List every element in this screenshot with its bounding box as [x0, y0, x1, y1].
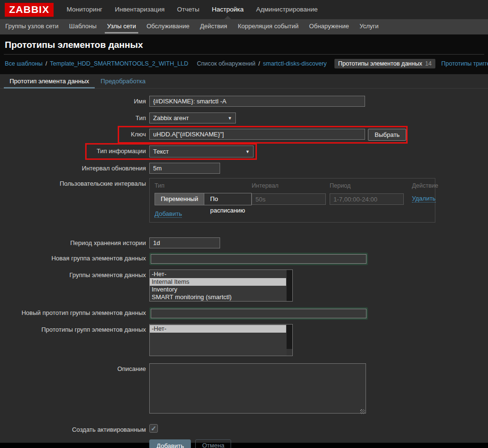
tab-bar: Прототип элемента данных Предобработка: [0, 74, 488, 89]
breadcrumb-separator: /: [258, 60, 260, 67]
add-interval-link[interactable]: Добавить: [155, 210, 182, 218]
item-prototype-form: Имя Тип Zabbix агент ▼ Ключ Выбрать: [0, 89, 488, 448]
update-interval-label: Интервал обновления: [0, 163, 149, 172]
row-enabled: Создать активированным ✓: [0, 424, 488, 433]
row-update-interval: Интервал обновления: [0, 163, 488, 174]
nav-reports[interactable]: Отчеты: [171, 0, 206, 19]
application-prototypes-listbox[interactable]: -Нет-: [149, 324, 293, 356]
toggle-scheduling[interactable]: По расписанию: [204, 193, 251, 205]
item-prototype-count: 14: [425, 60, 432, 67]
breadcrumb-current-label: Прототипы элементов данных: [338, 60, 422, 67]
tab-item-prototype[interactable]: Прототип элемента данных: [4, 74, 95, 88]
breadcrumb-separator: /: [45, 60, 47, 67]
custom-intervals-headers: Тип Интервал Период Действие: [155, 182, 430, 189]
type-select-value: Zabbix агент: [153, 114, 189, 122]
update-interval-input[interactable]: [149, 163, 220, 174]
nav-configuration[interactable]: Настройка: [206, 0, 250, 19]
header-type: Тип: [155, 182, 252, 189]
description-textarea[interactable]: [149, 363, 366, 414]
row-new-application-prototype: Новый прототип группы элементов данных: [0, 307, 488, 320]
custom-intervals-panel: Тип Интервал Период Действие Переменный …: [149, 178, 435, 223]
scrollbar-thumb[interactable]: [287, 270, 292, 301]
nav-administration[interactable]: Администрирование: [250, 0, 324, 19]
select-key-button[interactable]: Выбрать: [368, 129, 406, 141]
subnav-host-groups[interactable]: Группы узлов сети: [0, 19, 64, 34]
row-info-type: Тип информации Текст ▼: [0, 146, 488, 157]
delete-interval-link[interactable]: Удалить: [412, 195, 436, 202]
row-description: Описание: [0, 363, 488, 415]
header-interval: Интервал: [252, 182, 330, 189]
applications-listbox[interactable]: -Нет- Internal Items Inventory SMART mon…: [149, 269, 293, 302]
cancel-button[interactable]: Отмена: [195, 439, 231, 448]
info-type-select[interactable]: Текст ▼: [149, 146, 254, 157]
row-application-prototypes: Прототипы групп элементов данных -Нет-: [0, 324, 488, 356]
footer-spacer: [0, 439, 149, 441]
interval-value-input[interactable]: [252, 193, 326, 205]
chevron-down-icon: ▼: [245, 149, 250, 154]
new-application-label: Новая группа элементов данных: [0, 253, 149, 262]
top-navigation: ZABBIX Мониторинг Инвентаризация Отчеты …: [0, 0, 488, 19]
custom-intervals-label: Пользовательские интервалы: [0, 178, 149, 187]
name-label: Имя: [0, 96, 149, 105]
nav-monitoring[interactable]: Мониторинг: [60, 0, 109, 19]
listbox-option-selected[interactable]: -Нет-: [150, 325, 286, 333]
listbox-scrollbar[interactable]: [287, 270, 292, 301]
breadcrumb-all-templates[interactable]: Все шаблоны: [5, 60, 43, 67]
key-input[interactable]: [149, 129, 365, 140]
breadcrumb: Все шаблоны / Template_HDD_SMARTMONTOOLS…: [0, 55, 488, 68]
subnav-hosts[interactable]: Узлы сети: [102, 19, 141, 34]
breadcrumb-discovery-list[interactable]: Список обнаружений: [197, 60, 255, 67]
new-application-highlight: [149, 253, 368, 265]
header-period: Период: [330, 182, 412, 189]
info-type-label: Тип информации: [0, 146, 149, 155]
breadcrumb-trigger-prototypes[interactable]: Прототипы триггеров 13: [441, 60, 488, 67]
row-applications: Группы элементов данных -Нет- Internal I…: [0, 269, 488, 302]
sub-navigation: Группы узлов сети Шаблоны Узлы сети Обсл…: [0, 19, 488, 34]
subnav-discovery[interactable]: Обнаружение: [304, 19, 354, 34]
listbox-option[interactable]: Inventory: [150, 286, 286, 293]
subnav-maintenance[interactable]: Обслуживание: [141, 19, 195, 34]
listbox-option-selected[interactable]: Internal Items: [150, 278, 286, 286]
breadcrumb-current-page: Прототипы элементов данных14: [334, 59, 435, 68]
row-type: Тип Zabbix агент ▼: [0, 112, 488, 123]
breadcrumb-template[interactable]: Template_HDD_SMARTMONTOOLS_2_WITH_LLD: [50, 60, 188, 67]
listbox-option[interactable]: -Нет-: [150, 270, 286, 278]
new-application-prototype-input[interactable]: [151, 309, 366, 318]
scrollbar-thumb[interactable]: [287, 325, 292, 349]
interval-type-toggle: Переменный По расписанию: [155, 193, 252, 205]
tab-preprocessing[interactable]: Предобработка: [95, 74, 151, 88]
type-select[interactable]: Zabbix агент ▼: [149, 112, 236, 123]
page-header: Прототипы элементов данных Все шаблоны /…: [0, 34, 488, 74]
subnav-actions[interactable]: Действия: [195, 19, 233, 34]
enabled-label: Создать активированным: [0, 424, 149, 433]
add-button[interactable]: Добавить: [149, 439, 191, 448]
subnav-templates[interactable]: Шаблоны: [64, 19, 102, 34]
enabled-checkbox[interactable]: ✓: [149, 424, 158, 433]
history-label: Период хранения истории: [0, 237, 149, 246]
subnav-services[interactable]: Услуги: [354, 19, 384, 34]
key-label: Ключ: [0, 129, 149, 138]
subnav-event-correlation[interactable]: Корреляция событий: [233, 19, 304, 34]
row-footer-buttons: Добавить Отмена: [0, 439, 488, 448]
description-label: Описание: [0, 363, 149, 372]
toggle-flexible[interactable]: Переменный: [155, 193, 204, 205]
chevron-down-icon: ▼: [228, 116, 232, 121]
row-key: Ключ Выбрать: [0, 129, 488, 141]
listbox-option[interactable]: SMART monitoring (smartctl): [150, 293, 286, 301]
info-type-select-value: Текст: [153, 148, 169, 155]
new-application-input[interactable]: [151, 254, 366, 264]
row-name: Имя: [0, 96, 488, 107]
check-icon: ✓: [151, 425, 156, 432]
resize-handle-icon[interactable]: [360, 409, 365, 414]
row-custom-intervals: Пользовательские интервалы Тип Интервал …: [0, 178, 488, 223]
nav-inventory[interactable]: Инвентаризация: [109, 0, 171, 19]
history-input[interactable]: [149, 237, 220, 248]
applications-label: Группы элементов данных: [0, 269, 149, 279]
listbox-scrollbar[interactable]: [287, 325, 292, 356]
breadcrumb-discovery-rule[interactable]: smartctl-disks-discovery: [263, 60, 326, 67]
interval-period-input[interactable]: [330, 193, 404, 205]
custom-interval-row: Переменный По расписанию Удалить: [155, 193, 430, 205]
name-input[interactable]: [149, 96, 365, 107]
row-history: Период хранения истории: [0, 237, 488, 248]
zabbix-logo[interactable]: ZABBIX: [5, 3, 54, 17]
